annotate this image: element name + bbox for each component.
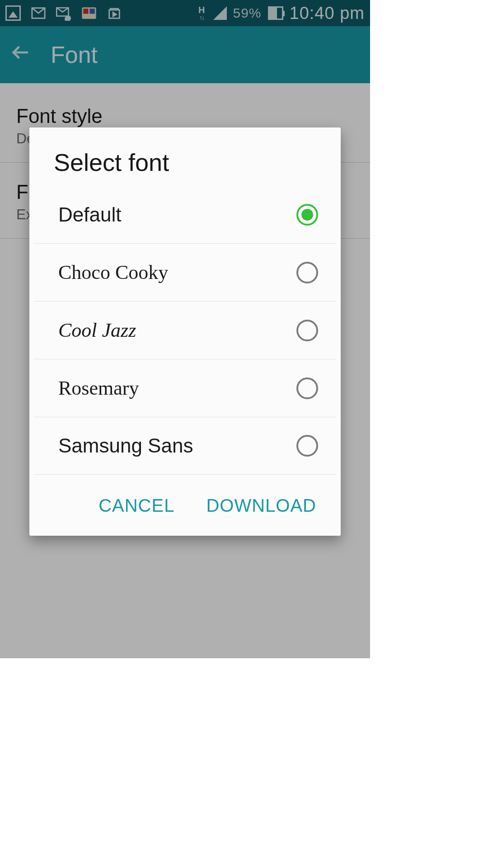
- download-button[interactable]: DOWNLOAD: [206, 495, 316, 516]
- radio-unselected-icon: [296, 435, 318, 457]
- radio-unselected-icon: [296, 320, 318, 341]
- font-option-label: Rosemary: [58, 377, 139, 400]
- radio-unselected-icon: [296, 377, 318, 399]
- font-option-rosemary[interactable]: Rosemary: [34, 359, 336, 417]
- radio-selected-icon: [296, 204, 318, 226]
- font-option-label: Samsung Sans: [58, 434, 193, 457]
- font-option-label: Default: [58, 203, 121, 226]
- cancel-button[interactable]: CANCEL: [99, 495, 174, 516]
- select-font-dialog: Select font Default Choco Cooky Cool Jaz…: [29, 127, 341, 536]
- font-option-default[interactable]: Default: [34, 186, 336, 244]
- font-option-label: Cool Jazz: [58, 319, 136, 342]
- font-option-choco-cooky[interactable]: Choco Cooky: [34, 244, 336, 302]
- font-option-samsung-sans[interactable]: Samsung Sans: [34, 417, 336, 475]
- font-option-label: Choco Cooky: [58, 261, 168, 284]
- font-option-cool-jazz[interactable]: Cool Jazz: [34, 302, 336, 359]
- radio-unselected-icon: [296, 262, 318, 283]
- dialog-title: Select font: [29, 148, 341, 186]
